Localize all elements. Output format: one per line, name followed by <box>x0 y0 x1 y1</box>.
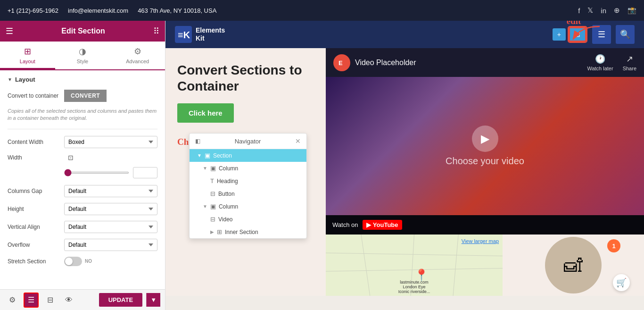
content-right: E Video Placeholder 🕐 Watch later ↗ S <box>326 48 644 296</box>
nav-column1-item[interactable]: ▼ ▣ Column <box>190 162 306 175</box>
phone-text: +1 (212)-695-1962 <box>8 7 58 14</box>
ek-logo: ≡K Elements Kit <box>175 26 225 43</box>
style-tab-label: Style <box>77 59 88 64</box>
nav-button-item[interactable]: ⊟ Button <box>190 187 306 200</box>
layout-section-header: ▼ Layout <box>8 76 157 83</box>
video-container: E Video Placeholder 🕐 Watch later ↗ S <box>326 48 644 235</box>
responsive-icon-btn[interactable]: ⊟ <box>42 293 58 308</box>
nav-inner-icon: ⊞ <box>217 228 222 235</box>
toggle-state-label: NO <box>85 259 92 264</box>
product-badge: 1 <box>607 239 620 252</box>
bottom-toolbar: ⚙ ☰ ⊟ 👁 UPDATE ▼ <box>0 289 165 310</box>
play-button[interactable]: ▶ <box>472 126 498 152</box>
columns-gap-label: Columns Gap <box>8 188 64 194</box>
tab-style[interactable]: ◑ Style <box>55 42 110 69</box>
update-arrow-button[interactable]: ▼ <box>146 293 160 307</box>
nav-col2-icon: ▣ <box>210 203 216 210</box>
product-container: 🛋 1 🛒 <box>503 235 644 296</box>
canvas-area: ≡K Elements Kit + ⊞ <box>165 21 644 310</box>
product-image: 🛋 <box>545 237 602 293</box>
width-slider[interactable] <box>64 172 129 174</box>
width-slider-row <box>8 167 157 178</box>
grid-icon[interactable]: ⠿ <box>153 26 159 36</box>
watch-on-text: Watch on <box>332 221 358 228</box>
nav-col1-arrow: ▼ <box>203 166 207 171</box>
page-content: Convert Sections to Container Click here… <box>165 48 644 296</box>
nav-header-icons: ◧ <box>195 138 200 144</box>
width-aspect-icon: ⊡ <box>68 154 74 161</box>
layers-icon-btn[interactable]: ☰ <box>24 293 39 308</box>
panel-header: ☰ Edit Section ⠿ <box>0 21 165 42</box>
panel-tabs: ⊞ Layout ◑ Style ⚙ Advanced <box>0 42 165 70</box>
overflow-row: Overflow Default <box>8 239 157 251</box>
content-width-label: Content Width <box>8 139 64 145</box>
svg-line-6 <box>453 235 458 296</box>
share-action[interactable]: ↗ Share <box>623 54 636 71</box>
twitter-icon[interactable]: 𝕏 <box>587 6 593 15</box>
overflow-label: Overflow <box>8 242 64 248</box>
page-header: ≡K Elements Kit + ⊞ <box>165 21 644 48</box>
columns-gap-select[interactable]: Default <box>64 185 157 197</box>
navigator-title: Navigator <box>235 138 261 145</box>
main-layout: ☰ Edit Section ⠿ ⊞ Layout ◑ Style ⚙ Adva… <box>0 21 644 310</box>
tab-advanced[interactable]: ⚙ Advanced <box>110 42 165 69</box>
svg-text:E: E <box>339 59 343 67</box>
map-container: View larger map 📍 lastminute.comLondon E… <box>326 235 503 296</box>
update-button[interactable]: UPDATE <box>99 293 142 307</box>
convert-button[interactable]: CONVERT <box>64 90 107 102</box>
linkedin-icon[interactable]: in <box>601 7 606 15</box>
nav-video-icon: ⊟ <box>210 216 215 223</box>
video-play-area: ▶ Choose your video <box>446 126 524 167</box>
nav-column1-label: Column <box>219 165 238 172</box>
advanced-tab-label: Advanced <box>126 59 149 64</box>
tab-layout[interactable]: ⊞ Layout <box>0 42 55 69</box>
youtube-logo[interactable]: ▶ YouTube <box>363 220 402 230</box>
content-width-row: Content Width Boxed <box>8 136 157 148</box>
search-icon-btn[interactable]: 🔍 <box>616 25 635 44</box>
globe-icon[interactable]: ⊕ <box>614 6 620 15</box>
page-content-title: Convert Sections to Container <box>177 62 314 94</box>
nav-inner-arrow: ▶ <box>210 229 214 235</box>
vertical-align-select[interactable]: Default <box>64 221 157 233</box>
add-section-button[interactable]: + <box>553 28 566 41</box>
stretch-section-label: Stretch Section <box>8 258 64 265</box>
nav-inner-section-item[interactable]: ▶ ⊞ Inner Section <box>190 226 306 238</box>
settings-icon-btn[interactable]: ⚙ <box>5 293 20 308</box>
cart-icon-btn[interactable]: 🛒 <box>613 274 630 291</box>
nav-heading-item[interactable]: T Heading <box>190 175 306 187</box>
hamburger-icon[interactable]: ☰ <box>6 26 13 36</box>
nav-button-icon: ⊟ <box>210 190 215 197</box>
vertical-align-label: Vertical Align <box>8 224 64 230</box>
nav-column2-item[interactable]: ▼ ▣ Column <box>190 200 306 213</box>
click-here-button[interactable]: Click here <box>177 103 234 123</box>
video-header: E Video Placeholder 🕐 Watch later ↗ S <box>326 48 644 77</box>
video-footer: Watch on ▶ YouTube <box>326 215 644 235</box>
overflow-select[interactable]: Default <box>64 239 157 251</box>
nav-section-arrow: ▼ <box>197 153 202 158</box>
stretch-toggle[interactable]: NO <box>64 257 92 266</box>
navigator-close-icon[interactable]: ✕ <box>295 137 301 145</box>
choose-video-text: Choose your video <box>446 156 524 167</box>
height-select[interactable]: Default <box>64 203 157 215</box>
convert-helper-text: Copies all of the selected sections and … <box>8 108 157 122</box>
svg-text:≡K: ≡K <box>178 30 190 40</box>
share-icon: ↗ <box>626 54 633 64</box>
nav-collapse-icon[interactable]: ◧ <box>195 138 200 144</box>
instagram-icon[interactable]: 📸 <box>627 6 636 15</box>
nav-video-item[interactable]: ⊟ Video <box>190 213 306 226</box>
advanced-tab-icon: ⚙ <box>134 46 141 57</box>
nav-section-item[interactable]: ▼ ▣ Section <box>190 149 306 162</box>
nav-col1-icon: ▣ <box>210 165 216 172</box>
width-number-input[interactable] <box>133 167 157 178</box>
layout-tab-label: Layout <box>20 59 35 64</box>
watch-later-label: Watch later <box>587 66 613 71</box>
visibility-icon-btn[interactable]: 👁 <box>61 293 76 308</box>
toggle-bg[interactable] <box>64 257 82 266</box>
navigator-header: ◧ Navigator ✕ <box>190 134 306 149</box>
content-width-select[interactable]: Boxed <box>64 136 157 148</box>
ek-logo-line2: Kit <box>196 34 225 42</box>
facebook-icon[interactable]: f <box>578 7 580 15</box>
collapse-arrow-icon[interactable]: ▼ <box>8 77 12 82</box>
watch-later-action[interactable]: 🕐 Watch later <box>587 54 613 71</box>
divider <box>8 129 157 129</box>
